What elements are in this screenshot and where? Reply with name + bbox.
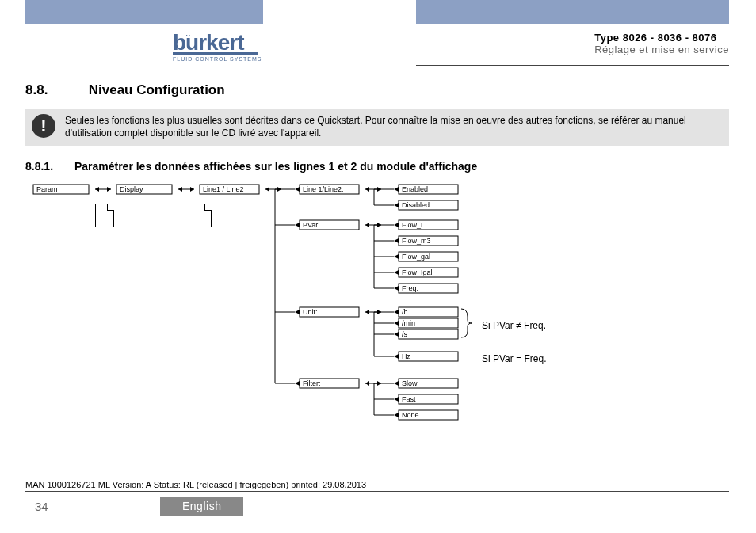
- page-number: 34: [35, 500, 48, 513]
- brand-logo: ‥ burkert FLUID CONTROL SYSTEMS: [173, 30, 276, 62]
- annotation-pvar-eq: Si PVar = Freq.: [482, 353, 546, 364]
- opt-fast: Fast: [402, 395, 416, 403]
- content-area: 8.8. Niveau Configuration ! Seules les f…: [25, 82, 729, 173]
- opt-slow: Slow: [402, 379, 418, 387]
- opt-flowl: Flow_L: [402, 221, 425, 229]
- opt-enabled: Enabled: [402, 185, 428, 193]
- header-rule: [416, 65, 729, 66]
- node-display: Display: [120, 185, 143, 193]
- logo-tagline: FLUID CONTROL SYSTEMS: [173, 56, 276, 62]
- opt-none: None: [402, 411, 419, 419]
- top-divider-bars: [0, 0, 756, 24]
- note-callout: ! Seules les fonctions les plus usuelles…: [25, 109, 729, 146]
- section-number: 8.8.: [25, 82, 85, 98]
- annotation-pvar-ne: Si PVar ≠ Freq.: [482, 320, 546, 331]
- subsection-title: Paramétrer les données affichées sur les…: [74, 160, 477, 173]
- note-text: Seules les fonctions les plus usuelles s…: [65, 115, 686, 139]
- doc-header: Type 8026 - 8036 - 8076 Réglage et mise …: [594, 32, 729, 55]
- opt-disabled: Disabled: [402, 201, 430, 209]
- opt-flowm3: Flow_m3: [402, 237, 431, 245]
- node-pvar: PVar:: [303, 221, 320, 229]
- node-unit: Unit:: [303, 308, 318, 316]
- warning-icon: !: [32, 114, 55, 138]
- footer-meta: MAN 1000126721 ML Version: A Status: RL …: [25, 480, 366, 489]
- opt-freq: Freq.: [402, 284, 418, 292]
- node-line12-root: Line1 / Line2: [203, 185, 244, 193]
- top-bar-right: [416, 0, 729, 24]
- node-param: Param: [36, 185, 58, 193]
- opt-flowgal: Flow_gal: [402, 253, 430, 261]
- opt-flowigal: Flow_Igal: [402, 268, 433, 276]
- opt-min: /min: [402, 319, 415, 327]
- opt-h: /h: [402, 308, 408, 316]
- node-filter: Filter:: [303, 379, 321, 387]
- section-title: Niveau Configuration: [89, 82, 225, 97]
- node-line12: Line 1/Line2:: [303, 185, 344, 193]
- config-hierarchy-diagram: .box { fill:#fff; stroke:#000; stroke-wi…: [25, 181, 501, 434]
- top-bar-left: [25, 0, 263, 24]
- doc-subtitle: Réglage et mise en service: [594, 44, 729, 55]
- doc-type: Type 8026 - 8036 - 8076: [594, 32, 729, 44]
- page-footer: 34 English: [25, 498, 729, 519]
- opt-s: /s: [402, 330, 408, 338]
- svg-rect-36: [399, 329, 458, 339]
- subsection-heading: 8.8.1. Paramétrer les données affichées …: [25, 160, 729, 173]
- subsection-number: 8.8.1.: [25, 160, 71, 173]
- language-label: English: [160, 497, 243, 516]
- footer-meta-line: MAN 1000126721 ML Version: A Status: RL …: [25, 480, 729, 492]
- logo-umlaut: ‥: [185, 29, 193, 37]
- section-heading: 8.8. Niveau Configuration: [25, 82, 729, 98]
- opt-hz: Hz: [402, 352, 410, 360]
